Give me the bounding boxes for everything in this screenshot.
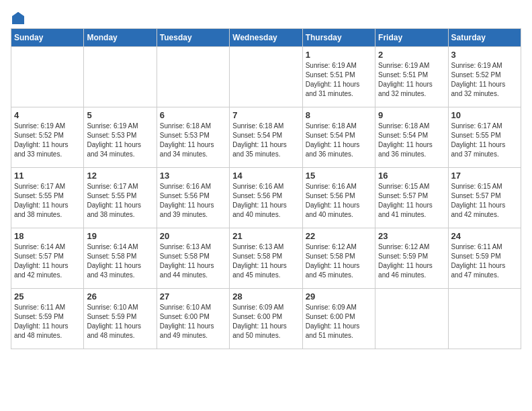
logo: [11, 11, 26, 23]
day-number: 28: [232, 291, 299, 302]
weekday-header-tuesday: Tuesday: [157, 29, 229, 47]
day-number: 25: [14, 291, 81, 302]
day-info: Sunrise: 6:19 AMSunset: 5:52 PMDaylight:…: [14, 122, 81, 159]
calendar-cell: 25Sunrise: 6:11 AMSunset: 5:59 PMDayligh…: [11, 289, 84, 349]
calendar-cell: 8Sunrise: 6:18 AMSunset: 5:54 PMDaylight…: [302, 107, 375, 168]
day-number: 4: [14, 110, 81, 120]
weekday-header-monday: Monday: [84, 29, 157, 47]
header: [11, 11, 521, 23]
day-info: Sunrise: 6:16 AMSunset: 5:56 PMDaylight:…: [306, 182, 372, 220]
calendar-cell: 26Sunrise: 6:10 AMSunset: 5:59 PMDayligh…: [84, 289, 157, 349]
calendar-cell: [11, 47, 84, 107]
calendar-cell: [230, 47, 302, 107]
weekday-header-wednesday: Wednesday: [230, 29, 302, 47]
calendar-cell: 4Sunrise: 6:19 AMSunset: 5:52 PMDaylight…: [11, 107, 84, 168]
calendar-cell: 23Sunrise: 6:12 AMSunset: 5:59 PMDayligh…: [375, 228, 448, 289]
day-number: 21: [232, 231, 299, 241]
calendar-cell: 2Sunrise: 6:19 AMSunset: 5:51 PMDaylight…: [375, 47, 448, 107]
day-info: Sunrise: 6:16 AMSunset: 5:56 PMDaylight:…: [160, 182, 226, 220]
day-number: 6: [160, 110, 226, 120]
day-number: 12: [87, 171, 153, 181]
day-info: Sunrise: 6:18 AMSunset: 5:54 PMDaylight:…: [378, 122, 445, 159]
calendar-cell: 13Sunrise: 6:16 AMSunset: 5:56 PMDayligh…: [157, 168, 229, 228]
day-number: 8: [306, 110, 372, 120]
day-number: 24: [451, 231, 518, 241]
day-number: 22: [306, 231, 372, 241]
day-info: Sunrise: 6:14 AMSunset: 5:58 PMDaylight:…: [87, 242, 153, 280]
day-number: 17: [451, 171, 518, 181]
weekday-header-saturday: Saturday: [448, 29, 521, 47]
day-info: Sunrise: 6:10 AMSunset: 6:00 PMDaylight:…: [160, 303, 226, 340]
day-number: 16: [378, 171, 445, 181]
calendar-cell: 17Sunrise: 6:15 AMSunset: 5:57 PMDayligh…: [448, 168, 521, 228]
day-number: 2: [378, 50, 445, 60]
calendar-cell: 3Sunrise: 6:19 AMSunset: 5:52 PMDaylight…: [448, 47, 521, 107]
calendar-cell: 22Sunrise: 6:12 AMSunset: 5:58 PMDayligh…: [302, 228, 375, 289]
day-number: 14: [232, 171, 299, 181]
calendar-cell: 27Sunrise: 6:10 AMSunset: 6:00 PMDayligh…: [157, 289, 229, 349]
calendar-cell: 29Sunrise: 6:09 AMSunset: 6:00 PMDayligh…: [302, 289, 375, 349]
calendar-week-3: 11Sunrise: 6:17 AMSunset: 5:55 PMDayligh…: [11, 168, 521, 228]
day-number: 11: [14, 171, 81, 181]
day-number: 1: [306, 50, 372, 60]
calendar-cell: 15Sunrise: 6:16 AMSunset: 5:56 PMDayligh…: [302, 168, 375, 228]
weekday-header-thursday: Thursday: [302, 29, 375, 47]
day-info: Sunrise: 6:18 AMSunset: 5:54 PMDaylight:…: [232, 122, 299, 159]
day-info: Sunrise: 6:11 AMSunset: 5:59 PMDaylight:…: [14, 303, 81, 340]
weekday-header-sunday: Sunday: [11, 29, 84, 47]
weekday-header-friday: Friday: [375, 29, 448, 47]
day-info: Sunrise: 6:19 AMSunset: 5:53 PMDaylight:…: [87, 122, 153, 159]
day-info: Sunrise: 6:17 AMSunset: 5:55 PMDaylight:…: [451, 122, 518, 159]
day-number: 20: [160, 231, 226, 241]
calendar-cell: 14Sunrise: 6:16 AMSunset: 5:56 PMDayligh…: [230, 168, 302, 228]
calendar-week-1: 1Sunrise: 6:19 AMSunset: 5:51 PMDaylight…: [11, 47, 521, 107]
day-number: 9: [378, 110, 445, 120]
day-number: 29: [306, 291, 372, 302]
day-number: 5: [87, 110, 153, 120]
logo-icon: [11, 11, 26, 26]
calendar-cell: 10Sunrise: 6:17 AMSunset: 5:55 PMDayligh…: [448, 107, 521, 168]
day-number: 15: [306, 171, 372, 181]
day-info: Sunrise: 6:17 AMSunset: 5:55 PMDaylight:…: [87, 182, 153, 220]
calendar-cell: [375, 289, 448, 349]
calendar-cell: 5Sunrise: 6:19 AMSunset: 5:53 PMDaylight…: [84, 107, 157, 168]
day-number: 26: [87, 291, 153, 302]
calendar-cell: 20Sunrise: 6:13 AMSunset: 5:58 PMDayligh…: [157, 228, 229, 289]
calendar-week-2: 4Sunrise: 6:19 AMSunset: 5:52 PMDaylight…: [11, 107, 521, 168]
day-info: Sunrise: 6:13 AMSunset: 5:58 PMDaylight:…: [160, 242, 226, 280]
day-info: Sunrise: 6:15 AMSunset: 5:57 PMDaylight:…: [451, 182, 518, 220]
day-info: Sunrise: 6:09 AMSunset: 6:00 PMDaylight:…: [306, 303, 372, 340]
day-number: 27: [160, 291, 226, 302]
day-info: Sunrise: 6:11 AMSunset: 5:59 PMDaylight:…: [451, 242, 518, 280]
day-number: 7: [232, 110, 299, 120]
day-info: Sunrise: 6:19 AMSunset: 5:51 PMDaylight:…: [378, 61, 445, 99]
calendar-cell: 12Sunrise: 6:17 AMSunset: 5:55 PMDayligh…: [84, 168, 157, 228]
day-info: Sunrise: 6:16 AMSunset: 5:56 PMDaylight:…: [232, 182, 299, 220]
day-info: Sunrise: 6:13 AMSunset: 5:58 PMDaylight:…: [232, 242, 299, 280]
calendar-cell: 28Sunrise: 6:09 AMSunset: 6:00 PMDayligh…: [230, 289, 302, 349]
calendar-week-5: 25Sunrise: 6:11 AMSunset: 5:59 PMDayligh…: [11, 289, 521, 349]
day-info: Sunrise: 6:19 AMSunset: 5:51 PMDaylight:…: [306, 61, 372, 99]
calendar-cell: 9Sunrise: 6:18 AMSunset: 5:54 PMDaylight…: [375, 107, 448, 168]
calendar-cell: 24Sunrise: 6:11 AMSunset: 5:59 PMDayligh…: [448, 228, 521, 289]
day-number: 23: [378, 231, 445, 241]
calendar-cell: 7Sunrise: 6:18 AMSunset: 5:54 PMDaylight…: [230, 107, 302, 168]
day-info: Sunrise: 6:15 AMSunset: 5:57 PMDaylight:…: [378, 182, 445, 220]
day-info: Sunrise: 6:18 AMSunset: 5:53 PMDaylight:…: [160, 122, 226, 159]
day-info: Sunrise: 6:12 AMSunset: 5:59 PMDaylight:…: [378, 242, 445, 280]
day-info: Sunrise: 6:17 AMSunset: 5:55 PMDaylight:…: [14, 182, 81, 220]
calendar-cell: 16Sunrise: 6:15 AMSunset: 5:57 PMDayligh…: [375, 168, 448, 228]
calendar-cell: 11Sunrise: 6:17 AMSunset: 5:55 PMDayligh…: [11, 168, 84, 228]
day-info: Sunrise: 6:14 AMSunset: 5:57 PMDaylight:…: [14, 242, 81, 280]
calendar-cell: 6Sunrise: 6:18 AMSunset: 5:53 PMDaylight…: [157, 107, 229, 168]
calendar-cell: [84, 47, 157, 107]
calendar-cell: 1Sunrise: 6:19 AMSunset: 5:51 PMDaylight…: [302, 47, 375, 107]
calendar-cell: 21Sunrise: 6:13 AMSunset: 5:58 PMDayligh…: [230, 228, 302, 289]
calendar-cell: 18Sunrise: 6:14 AMSunset: 5:57 PMDayligh…: [11, 228, 84, 289]
day-number: 10: [451, 110, 518, 120]
calendar-cell: [157, 47, 229, 107]
day-info: Sunrise: 6:19 AMSunset: 5:52 PMDaylight:…: [451, 61, 518, 99]
weekday-header-row: SundayMondayTuesdayWednesdayThursdayFrid…: [11, 29, 521, 47]
day-info: Sunrise: 6:12 AMSunset: 5:58 PMDaylight:…: [306, 242, 372, 280]
day-number: 18: [14, 231, 81, 241]
